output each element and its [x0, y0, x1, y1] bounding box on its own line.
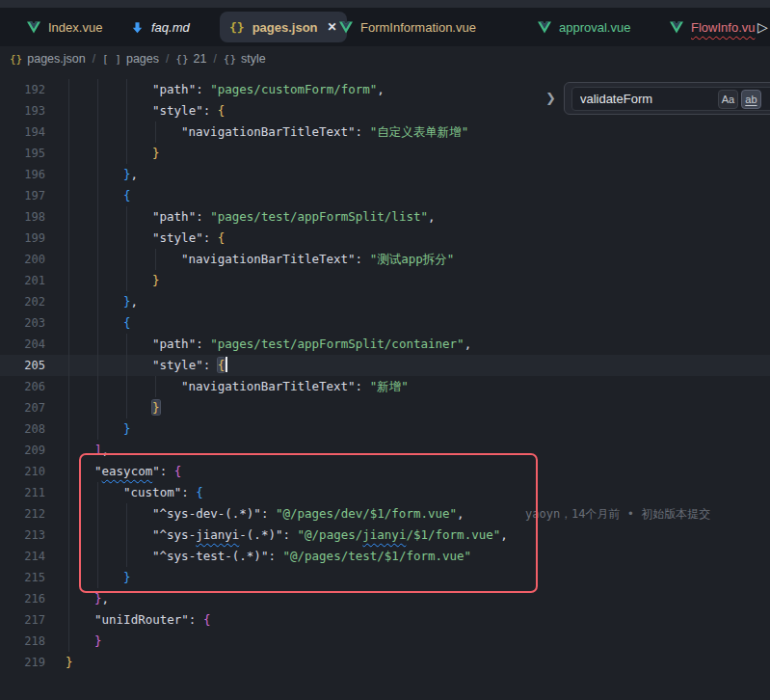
token: , — [465, 337, 472, 351]
code-line-211[interactable]: 211"custom": { — [0, 482, 770, 503]
code-line-198[interactable]: 198"path": "pages/test/appFormSplit/list… — [0, 206, 770, 228]
line-number[interactable]: 199 — [0, 228, 45, 249]
indent-guide — [97, 100, 98, 121]
code-line-196[interactable]: 196}, — [0, 164, 770, 185]
line-number[interactable]: 201 — [0, 270, 45, 291]
code-line-215[interactable]: 215} — [0, 567, 770, 588]
indent-guide — [155, 376, 156, 397]
token: , — [457, 506, 465, 521]
tab-label: FlowInfo.vu — [691, 20, 755, 35]
line-number[interactable]: 207 — [0, 397, 45, 418]
token: "^sys-dev-(.*)": — [152, 506, 276, 521]
vue-icon — [538, 21, 551, 34]
line-number[interactable]: 196 — [0, 164, 45, 185]
line-number[interactable]: 197 — [0, 185, 45, 206]
find-expand-chevron-icon[interactable]: ❯ — [545, 91, 556, 105]
vscode-window: ▷ Index.vuefaq.md{}pages.json✕FormInform… — [0, 0, 770, 700]
breadcrumb-item-21[interactable]: {}21 — [175, 52, 206, 66]
tab-forminformation-vue[interactable]: FormInformation.vue — [330, 12, 486, 42]
code-text: "navigationBarTitleText": "自定义表单新增" — [181, 121, 468, 143]
find-input[interactable] — [580, 92, 715, 106]
code-text: "path": "pages/test/appFormSplit/list", — [152, 206, 436, 228]
code-line-206[interactable]: 206"navigationBarTitleText": "新增" — [0, 376, 770, 397]
token: } — [152, 400, 160, 415]
code-line-218[interactable]: 218} — [0, 631, 770, 652]
line-number[interactable]: 219 — [0, 652, 45, 673]
code-line-197[interactable]: 197{ — [0, 185, 770, 206]
line-number[interactable]: 205 — [0, 355, 45, 376]
tab-pages-json[interactable]: {}pages.json✕ — [220, 12, 347, 42]
code-line-209[interactable]: 209], — [0, 440, 770, 461]
breadcrumb-label: 21 — [194, 52, 207, 66]
tab-label: pages.json — [252, 20, 318, 35]
line-number[interactable]: 212 — [0, 503, 45, 525]
code-line-205[interactable]: 205"style": { — [0, 355, 770, 376]
breadcrumb-item-style[interactable]: {}style — [224, 52, 266, 66]
breadcrumb-item-pages-json[interactable]: {}pages.json — [10, 52, 86, 66]
code-line-195[interactable]: 195} — [0, 143, 770, 164]
editor-pane[interactable]: 192"path": "pages/customForm/form",193"s… — [0, 71, 770, 700]
code-line-199[interactable]: 199"style": { — [0, 228, 770, 249]
line-number[interactable]: 198 — [0, 206, 45, 228]
line-number[interactable]: 214 — [0, 546, 45, 567]
line-number[interactable]: 208 — [0, 418, 45, 440]
indent-guide — [97, 418, 98, 440]
code-line-203[interactable]: 203{ — [0, 312, 770, 334]
line-number[interactable]: 194 — [0, 121, 45, 143]
tab-bar: ▷ Index.vuefaq.md{}pages.json✕FormInform… — [0, 8, 770, 46]
find-toggle-whole-word[interactable]: ab — [741, 90, 761, 109]
code-line-214[interactable]: 214"^sys-test-(.*)": "@/pages/test/$1/fo… — [0, 546, 770, 567]
breadcrumb-item-pages[interactable]: [ ]pages — [102, 52, 159, 66]
line-number[interactable]: 195 — [0, 143, 45, 164]
token: jianyi — [362, 527, 406, 542]
line-number[interactable]: 202 — [0, 291, 45, 312]
line-number[interactable]: 204 — [0, 334, 45, 355]
code-line-200[interactable]: 200"navigationBarTitleText": "测试app拆分" — [0, 249, 770, 270]
line-number[interactable]: 193 — [0, 100, 45, 121]
find-toggle-regex[interactable]: .* — [764, 90, 770, 109]
token: } — [66, 655, 73, 669]
find-toggle-match-case[interactable]: Aa — [718, 90, 738, 109]
line-number[interactable]: 217 — [0, 609, 45, 631]
line-number[interactable]: 213 — [0, 525, 45, 546]
code-text: }, — [123, 291, 138, 312]
line-number[interactable]: 210 — [0, 461, 45, 482]
indent-guide — [155, 121, 156, 143]
tab-faq-md[interactable]: faq.md — [121, 12, 199, 42]
line-number[interactable]: 200 — [0, 249, 45, 270]
line-number[interactable]: 192 — [0, 79, 45, 100]
token: "自定义表单新增" — [370, 124, 469, 139]
indent-guide — [68, 164, 69, 185]
code-line-207[interactable]: 207} — [0, 397, 770, 418]
line-number[interactable]: 218 — [0, 631, 45, 652]
tab-index-vue[interactable]: Index.vue — [17, 12, 112, 42]
code-text: } — [94, 631, 102, 652]
line-number[interactable]: 206 — [0, 376, 45, 397]
code-line-213[interactable]: 213"^sys-jianyi-(.*)": "@/pages/jianyi/$… — [0, 525, 770, 546]
line-number[interactable]: 216 — [0, 588, 45, 609]
indent-guide — [97, 270, 98, 291]
code-line-208[interactable]: 208} — [0, 418, 770, 440]
code-line-212[interactable]: 212"^sys-dev-(.*)": "@/pages/dev/$1/form… — [0, 503, 770, 525]
code-line-210[interactable]: 210"easycom": { — [0, 461, 770, 482]
tab-approval-vue[interactable]: approval.vue — [528, 12, 640, 42]
tab-flowinfo-vu[interactable]: FlowInfo.vu — [660, 12, 764, 42]
indent-guide — [68, 440, 69, 461]
code-line-202[interactable]: 202}, — [0, 291, 770, 312]
line-number[interactable]: 209 — [0, 440, 45, 461]
breadcrumb-separator: / — [166, 52, 169, 66]
code-line-201[interactable]: 201} — [0, 270, 770, 291]
token: , — [428, 209, 436, 224]
code-line-217[interactable]: 217"uniIdRouter": { — [0, 609, 770, 631]
line-number[interactable]: 203 — [0, 312, 45, 334]
code-line-216[interactable]: 216}, — [0, 588, 770, 609]
code-line-219[interactable]: 219} — [0, 652, 770, 673]
code-line-204[interactable]: 204"path": "pages/test/appFormSplit/cont… — [0, 334, 770, 355]
indent-guide — [97, 185, 98, 206]
line-number[interactable]: 215 — [0, 567, 45, 588]
line-number[interactable]: 211 — [0, 482, 45, 503]
git-blame-annotation: yaoyn，14个月前 • 初始版本提交 — [525, 503, 710, 525]
token: "新增" — [370, 379, 409, 393]
token: "navigationBarTitleText": — [181, 379, 370, 393]
code-line-194[interactable]: 194"navigationBarTitleText": "自定义表单新增" — [0, 121, 770, 143]
